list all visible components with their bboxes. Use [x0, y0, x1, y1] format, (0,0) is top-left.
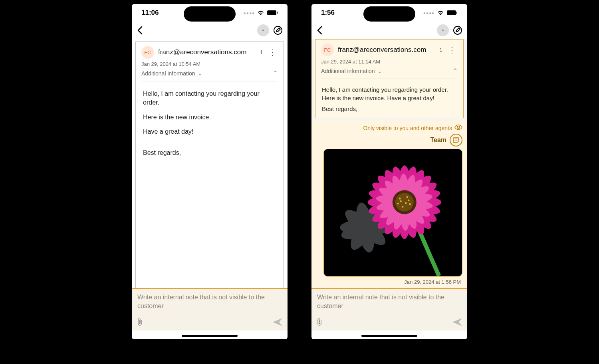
visibility-text: Only visible to you and other agents	[363, 125, 452, 131]
body-line: Best regards,	[322, 105, 457, 113]
nav-bar	[132, 22, 288, 39]
body-line: Have a great day!	[143, 127, 276, 136]
note-image	[324, 149, 462, 261]
collapse-icon[interactable]: ⌃	[452, 67, 458, 75]
nav-bar	[311, 22, 467, 39]
svg-point-42	[400, 200, 402, 202]
composer-placeholder: Write an internal note that is not visib…	[317, 293, 462, 310]
thread-count: 1	[439, 47, 442, 53]
svg-rect-4	[456, 12, 457, 14]
more-menu-button[interactable]: ⋮	[446, 48, 458, 52]
home-indicator	[361, 335, 417, 337]
team-label: Team	[430, 136, 446, 144]
svg-point-38	[402, 206, 404, 208]
sender-initials: FC	[321, 44, 334, 56]
svg-rect-0	[267, 10, 276, 15]
additional-info-label: Additional information	[141, 70, 195, 77]
svg-point-5	[454, 26, 462, 34]
wifi-icon	[437, 10, 444, 16]
email-body: Hello, I am contacting you regarding you…	[315, 81, 463, 118]
status-icons: ●●●●	[423, 10, 458, 16]
email-card: FC franz@areconversations.com 1 ⋮ Jan 29…	[135, 42, 284, 295]
battery-icon	[267, 10, 278, 16]
svg-point-34	[395, 193, 414, 212]
body-line: Hello, I am contacting you regarding you…	[143, 89, 276, 107]
home-indicator	[182, 335, 238, 337]
svg-rect-3	[447, 10, 456, 15]
additional-info-toggle[interactable]: Additional information ⌄	[141, 70, 202, 77]
clock: 1:56	[321, 9, 335, 17]
additional-info-toggle[interactable]: Additional information ⌄	[321, 68, 382, 74]
send-button[interactable]	[452, 318, 462, 328]
status-bar: 11:06 ●●●●	[132, 4, 288, 22]
internal-note-area: Only visible to you and other agents Tea…	[311, 121, 467, 288]
note-bubble[interactable]: I am making a note here	[323, 149, 462, 277]
battery-icon	[446, 10, 458, 16]
svg-point-37	[409, 203, 411, 205]
clock: 11:06	[141, 9, 159, 17]
phone-right: 1:56 ●●●● FC franz@are	[311, 4, 467, 339]
note-icon	[450, 134, 462, 146]
svg-point-35	[399, 198, 401, 200]
back-button[interactable]	[137, 26, 144, 35]
svg-rect-1	[277, 12, 278, 14]
note-timestamp: Jan 29, 2024 at 1:56 PM	[316, 279, 462, 285]
status-bar: 1:56 ●●●●	[311, 4, 467, 22]
chevron-down-icon: ⌄	[198, 70, 202, 77]
status-icons: ●●●●	[244, 10, 278, 16]
customer-avatar[interactable]	[437, 24, 449, 36]
dynamic-island	[363, 6, 415, 22]
visibility-banner: Only visible to you and other agents	[316, 125, 462, 131]
svg-point-36	[406, 196, 408, 198]
dynamic-island	[184, 6, 236, 22]
body-line: Hello, I am contacting you regarding you…	[322, 85, 457, 102]
chevron-down-icon: ⌄	[377, 68, 382, 74]
thread-count: 1	[260, 49, 263, 55]
customer-avatar[interactable]	[257, 24, 269, 36]
wifi-icon	[257, 10, 264, 16]
email-timestamp: Jan 29, 2024 at 10:54 AM	[141, 61, 278, 67]
body-line: Best regards,	[143, 148, 276, 157]
compose-button[interactable]	[273, 26, 283, 35]
sender-email: franz@areconversations.com	[158, 48, 256, 56]
svg-point-41	[408, 200, 410, 202]
composer[interactable]: Write an internal note that is not visib…	[311, 288, 467, 330]
body-line: Here is the new invoice.	[143, 113, 276, 122]
collapse-icon[interactable]: ⌃	[273, 69, 278, 77]
attachment-button[interactable]	[137, 318, 143, 328]
back-button[interactable]	[316, 26, 323, 35]
compose-button[interactable]	[453, 26, 462, 35]
sender-initials: FC	[141, 46, 154, 59]
svg-point-39	[397, 203, 399, 205]
send-button[interactable]	[272, 318, 283, 328]
eye-icon	[454, 125, 462, 131]
composer[interactable]: Write an internal note that is not visib…	[132, 288, 288, 330]
composer-placeholder: Write an internal note that is not visib…	[137, 293, 282, 310]
attachment-button[interactable]	[316, 318, 323, 328]
cellular-dots-icon: ●●●●	[423, 11, 434, 15]
phone-left: 11:06 ●●●● FC franz@ar	[132, 4, 288, 339]
svg-point-40	[405, 202, 407, 204]
email-timestamp: Jan 29, 2024 at 11:14 AM	[321, 59, 458, 65]
svg-point-2	[274, 26, 282, 34]
sender-email: franz@areconversations.com	[338, 46, 435, 54]
more-menu-button[interactable]: ⋮	[267, 50, 278, 54]
email-body: Hello, I am contacting you regarding you…	[136, 84, 284, 295]
cellular-dots-icon: ●●●●	[244, 11, 255, 15]
additional-info-label: Additional information	[321, 68, 375, 74]
email-card: FC franz@areconversations.com 1 ⋮ Jan 29…	[315, 39, 464, 118]
